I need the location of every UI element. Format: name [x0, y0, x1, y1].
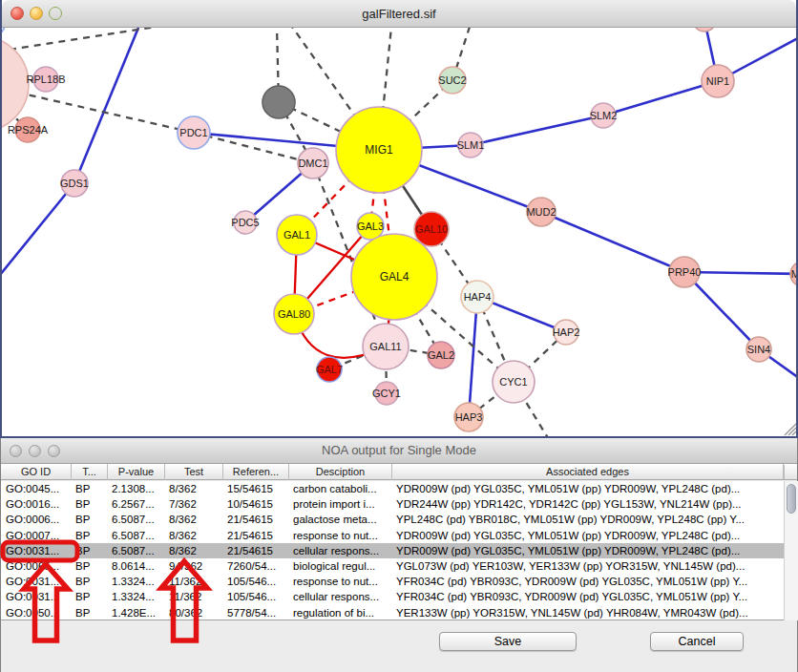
cell-reference: 105/546...: [227, 589, 290, 604]
cell-go_id: GO:0050...: [6, 605, 69, 620]
save-button[interactable]: Save: [439, 632, 577, 651]
node-label-gcy1: GCY1: [372, 388, 401, 399]
edge-SLM1-SLM2[interactable]: [471, 116, 603, 145]
cell-reference: 21/54615: [227, 512, 290, 527]
cell-go_id: GO:0031...: [6, 574, 69, 589]
table-row[interactable]: GO:0006...BP6.5087...8/36221/54615galact…: [1, 512, 784, 527]
cell-edges: YDR009W (pd) YGL035C, YML051W (pp) YDR00…: [396, 528, 780, 543]
table-row[interactable]: GO:0031...BP6.5087...8/36221/54615cellul…: [1, 543, 784, 558]
node-label-mig1: MIG1: [365, 143, 393, 157]
cell-go_id: GO:0031...: [6, 589, 69, 604]
cell-test: 7/362: [169, 496, 222, 512]
cell-description: response to nut...: [293, 574, 393, 589]
node-label-slm1: SLM1: [457, 139, 485, 151]
node-label-gal2: GAL2: [428, 349, 454, 361]
node-label-hap2: HAP2: [553, 326, 580, 338]
cell-type: BP: [75, 496, 108, 512]
cell-go_id: GO:0031...: [6, 543, 69, 558]
cell-p_value: 6.5087...: [112, 543, 166, 558]
node-label-rpl18b: RPL18B: [27, 74, 66, 85]
network-canvas-area: RPL18BRPS24AGDS1PDC1PDC5DMC1MIG1SUC2SLM1…: [2, 28, 796, 436]
scrollbar-thumb[interactable]: [787, 484, 796, 514]
vertical-scrollbar[interactable]: [784, 481, 798, 620]
cell-edges: YFR034C (pd) YBR093C, YDR009W (pd) YGL03…: [396, 574, 780, 589]
noa-footer: Save Cancel: [1, 620, 797, 672]
cell-test: 8/362: [169, 512, 222, 527]
node-label-gal80: GAL80: [278, 308, 310, 320]
node-corner[interactable]: [2, 28, 5, 34]
node-label-sin4: SIN4: [747, 344, 770, 355]
column-header-p_value[interactable]: P-value: [108, 464, 165, 480]
table-row[interactable]: GO:0016...BP6.2567...7/36210/54615protei…: [1, 496, 784, 512]
cell-reference: 5778/54...: [227, 605, 290, 620]
edge-MUD2-PRP40[interactable]: [541, 212, 684, 272]
cell-edges: YFR034C (pd) YBR093C, YDR009W (pd) YGL03…: [396, 589, 780, 604]
cell-type: BP: [75, 605, 108, 620]
node-label-suc2: SUC2: [438, 74, 466, 86]
column-header-type[interactable]: T...: [72, 464, 108, 480]
edge-pt-GDS1[interactable]: [74, 28, 138, 183]
node-gray[interactable]: [262, 86, 295, 118]
network-canvas[interactable]: RPL18BRPS24AGDS1PDC1PDC5DMC1MIG1SUC2SLM1…: [2, 28, 796, 436]
cell-go_id: GO:0007...: [6, 528, 69, 543]
node-label-cyc1: CYC1: [499, 376, 527, 388]
cell-edges: YDR244W (pp) YDR142C, YDR142C (pp) YGL15…: [396, 496, 780, 512]
cell-edges: YDR009W (pd) YGL035C, YML051W (pp) YDR00…: [396, 543, 780, 558]
node-label-gal4: GAL4: [380, 270, 410, 284]
cell-type: BP: [75, 558, 108, 574]
column-header-description[interactable]: Desciption: [289, 464, 392, 480]
node-label-slm2: SLM2: [590, 110, 618, 121]
column-header-reference[interactable]: Referen...: [223, 464, 289, 480]
edge-PRP40-MSN[interactable]: [684, 272, 796, 274]
node-label-gal11: GAL11: [369, 341, 401, 352]
resize-grip[interactable]: [788, 428, 796, 435]
cell-reference: 10/54615: [227, 496, 290, 512]
cell-go_id: GO:0045...: [6, 481, 69, 496]
graph-window-title: galFiltered.sif: [2, 0, 796, 27]
cell-test: 8/362: [169, 481, 222, 496]
node-label-gds1: GDS1: [60, 178, 89, 189]
cell-type: BP: [75, 481, 108, 496]
noa-window-titlebar[interactable]: NOA output for Single Mode: [1, 438, 797, 464]
table-row[interactable]: GO:0031...BP1.3324...11/362105/546...cel…: [1, 589, 784, 604]
column-header-go_id[interactable]: GO ID: [1, 464, 72, 480]
cell-description: cellular respons...: [293, 589, 393, 604]
table-row[interactable]: GO:0007...BP6.5087...8/36221/54615respon…: [1, 528, 784, 543]
cell-description: biological regul...: [293, 558, 393, 574]
node-label-pdc5: PDC5: [231, 217, 259, 228]
node-label-pdc1: PDC1: [179, 127, 207, 138]
cell-test: 11/362: [169, 574, 222, 589]
cell-test: 8/362: [169, 543, 222, 558]
cancel-button[interactable]: Cancel: [650, 632, 744, 651]
column-header-test[interactable]: Test: [165, 464, 223, 480]
cell-description: protein import i...: [293, 496, 393, 512]
column-header-edges[interactable]: Associated edges: [392, 464, 784, 480]
node-label-gal1: GAL1: [284, 229, 310, 241]
table-row[interactable]: GO:0031...BP1.3324...11/362105/546...res…: [1, 574, 784, 589]
graph-window: galFiltered.sif RPL18BRPS24AGDS1PDC1PDC5…: [0, 0, 798, 438]
table-row[interactable]: GO:0045...BP2.1308...8/36215/54615carbon…: [1, 481, 784, 496]
cell-edges: YER133W (pp) YOR315W, YNL145W (pd) YHR08…: [396, 605, 780, 620]
graph-window-titlebar[interactable]: galFiltered.sif: [2, 0, 796, 28]
cell-p_value: 8.0614...: [112, 558, 166, 574]
node-label-gal3: GAL3: [357, 220, 384, 232]
cell-description: regulation of bi...: [293, 605, 393, 620]
cell-type: BP: [75, 528, 108, 543]
cell-reference: 21/54615: [227, 543, 290, 558]
table-row[interactable]: GO:0065...BP8.0614...94/3627260/54...bio…: [1, 558, 784, 574]
resize-grip[interactable]: [792, 431, 796, 435]
cell-go_id: GO:0006...: [6, 512, 69, 527]
cell-reference: 15/54615: [227, 481, 290, 496]
cell-test: 8/362: [169, 528, 222, 543]
edge-GDS1-pt[interactable]: [2, 183, 74, 275]
cell-description: cellular respons...: [293, 543, 393, 558]
edge-HAP4-HAP3[interactable]: [469, 297, 477, 417]
edge-SLM2-NIP1[interactable]: [603, 81, 718, 116]
table-row[interactable]: GO:0050...BP1.428E...80/3625778/54...reg…: [1, 605, 784, 620]
edge-PRP40-SIN4[interactable]: [684, 272, 759, 349]
node-label-hap3: HAP3: [455, 411, 483, 423]
table-header: GO IDT...P-valueTestReferen...Desciption…: [1, 464, 797, 480]
node-topp[interactable]: [693, 28, 716, 32]
cell-go_id: GO:0016...: [6, 496, 69, 512]
cell-type: BP: [75, 512, 108, 527]
